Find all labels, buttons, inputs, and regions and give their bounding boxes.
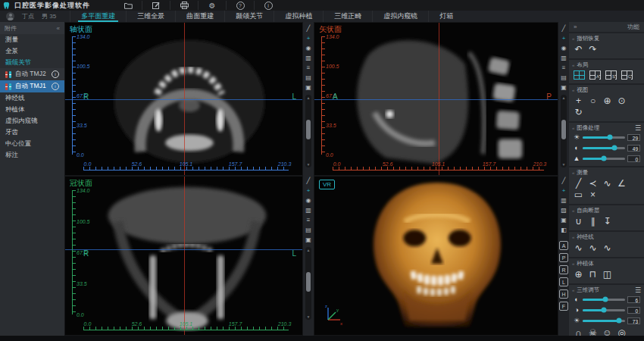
print-icon[interactable] xyxy=(170,1,198,10)
folder-icon[interactable] xyxy=(114,1,142,10)
section-header[interactable]: «神经线 xyxy=(572,233,641,241)
sidebar-item-自动 TMJ2[interactable]: 自动 TMJ2i xyxy=(0,68,64,80)
tab-虚拟内窥镜[interactable]: 虚拟内窥镜 xyxy=(372,11,428,22)
axial-image-icon[interactable]: ▣ xyxy=(304,83,313,92)
info-icon[interactable]: i xyxy=(254,1,282,10)
sidebar-item-测量[interactable]: 测量 xyxy=(0,34,64,45)
m-cross-icon[interactable]: × xyxy=(588,189,598,200)
sidebar-item-牙齿[interactable]: 牙齿 xyxy=(0,127,64,138)
crosshair-vertical-line[interactable] xyxy=(184,177,185,335)
coronal-image-icon[interactable]: ▣ xyxy=(304,235,313,245)
section-header[interactable]: «图像处理☰ xyxy=(572,124,641,132)
sagittal-line-icon[interactable]: ╱ xyxy=(559,23,568,33)
tab-虚拟种植[interactable]: 虚拟种植 xyxy=(274,11,323,22)
vr-crosshair-icon[interactable]: + xyxy=(559,186,568,196)
i-cube-icon[interactable]: ◫ xyxy=(602,269,612,280)
sidebar-item-神经线[interactable]: 神经线 xyxy=(0,92,64,104)
crosshair-horizontal-line[interactable] xyxy=(65,249,302,250)
axial-lines-icon[interactable]: ≡ xyxy=(304,63,313,73)
sagittal-chart-icon[interactable]: ▥ xyxy=(559,53,568,63)
zoom-sel-icon[interactable]: ⊙ xyxy=(617,95,627,106)
section-menu-icon[interactable]: ☰ xyxy=(635,286,641,294)
vr-chart-icon[interactable]: ▥ xyxy=(559,196,568,205)
section-collapse-icon[interactable]: « xyxy=(572,170,574,175)
info-icon[interactable]: i xyxy=(52,70,59,78)
sidebar-item-颞颌关节[interactable]: 颞颌关节 xyxy=(0,57,64,68)
coronal-chart-icon[interactable]: ▥ xyxy=(304,205,313,215)
axial-chart-icon[interactable]: ▥ xyxy=(304,53,313,63)
section-header[interactable]: «测量 xyxy=(572,168,641,177)
axial-line-icon[interactable]: ╱ xyxy=(304,23,313,33)
panel-collapse-icon[interactable]: » xyxy=(574,23,577,30)
crosshair-horizontal-line[interactable] xyxy=(65,99,302,100)
section-collapse-icon[interactable]: « xyxy=(572,126,574,130)
scrollbar-thumb[interactable] xyxy=(306,120,311,139)
i-add-icon[interactable]: ⊕ xyxy=(574,269,583,280)
slice-scrollbar[interactable]: ▲▼ xyxy=(305,247,311,320)
section-collapse-icon[interactable]: « xyxy=(572,63,574,67)
slider-track[interactable] xyxy=(583,136,625,139)
section-menu-icon[interactable]: ☰ xyxy=(635,124,641,132)
plus-icon[interactable]: + xyxy=(574,95,583,106)
sagittal-lines-icon[interactable]: ≡ xyxy=(559,63,568,73)
vr-line-icon[interactable]: ╱ xyxy=(559,176,568,186)
section-header[interactable]: «自由断层 xyxy=(572,206,641,214)
slider-thumb[interactable] xyxy=(611,145,617,151)
layout-option-S-icon[interactable]: S xyxy=(605,70,617,80)
section-collapse-icon[interactable]: « xyxy=(572,288,574,293)
sagittal-crosshair-icon[interactable]: + xyxy=(559,33,568,43)
nerve-3-icon[interactable]: ∿ xyxy=(602,242,612,253)
tab-三维正畸[interactable]: 三维正畸 xyxy=(323,11,372,22)
undo-icon[interactable]: ↶ xyxy=(574,44,583,55)
vr-orientation-H[interactable]: H xyxy=(559,289,568,299)
sagittal-image-icon[interactable]: ▣ xyxy=(559,83,568,92)
vr-orientation-F[interactable]: F xyxy=(559,302,568,311)
f-parallel-icon[interactable]: ∥ xyxy=(588,216,598,227)
slider-thumb[interactable] xyxy=(602,297,608,302)
sagittal-list-icon[interactable]: ▤ xyxy=(559,73,568,83)
tab-三维全景[interactable]: 三维全景 xyxy=(126,11,175,22)
section-collapse-icon[interactable]: « xyxy=(572,261,574,266)
section-header[interactable]: «视图 xyxy=(572,86,641,94)
sidebar-item-虚拟内窥镜[interactable]: 虚拟内窥镜 xyxy=(0,115,64,127)
sidebar-item-标注[interactable]: 标注 xyxy=(0,149,64,161)
sagittal-eye-icon[interactable]: ◉ xyxy=(559,43,568,53)
vr-mode-button[interactable]: VR xyxy=(319,180,335,189)
vr-orientation-A[interactable]: A xyxy=(559,241,568,250)
f-pin-icon[interactable]: ↧ xyxy=(602,216,612,227)
layout-option-A-icon[interactable]: A xyxy=(589,70,601,80)
settings-icon[interactable]: ⚙ xyxy=(198,1,226,10)
scroll-up-icon[interactable]: ▲ xyxy=(561,95,567,100)
vr-orientation-R[interactable]: R xyxy=(559,265,568,274)
slider-track[interactable] xyxy=(583,320,625,322)
scroll-down-icon[interactable]: ▼ xyxy=(305,162,311,167)
crosshair-horizontal-line[interactable] xyxy=(314,99,558,100)
coronal-crosshair-icon[interactable]: + xyxy=(304,186,313,196)
slider-track[interactable] xyxy=(583,299,625,301)
nerve-2-icon[interactable]: ∿ xyxy=(588,242,598,253)
scrollbar-thumb[interactable] xyxy=(306,272,311,292)
coronal-lines-icon[interactable]: ≡ xyxy=(304,215,313,225)
slider-thumb[interactable] xyxy=(602,308,607,313)
info-icon[interactable]: i xyxy=(52,83,59,90)
i-screw-icon[interactable]: ⊓ xyxy=(588,269,598,280)
section-header[interactable]: «三维调节☰ xyxy=(572,286,641,294)
f-arc-icon[interactable]: ∪ xyxy=(574,216,583,227)
m-angle-icon[interactable]: ∠ xyxy=(617,178,627,189)
vr-orientation-L[interactable]: L xyxy=(559,277,568,286)
coronal-line-icon[interactable]: ╱ xyxy=(304,176,313,186)
vr-image-icon[interactable]: ▣ xyxy=(559,215,568,225)
scroll-down-icon[interactable]: ▼ xyxy=(561,162,567,167)
tab-颞颌关节[interactable]: 颞颌关节 xyxy=(224,11,274,22)
scroll-up-icon[interactable]: ▲ xyxy=(305,95,311,100)
sidebar-item-全景[interactable]: 全景 xyxy=(0,45,64,57)
tab-灯箱[interactable]: 灯箱 xyxy=(428,11,464,22)
section-header[interactable]: «布局 xyxy=(572,61,641,69)
slider-track[interactable] xyxy=(583,309,625,311)
viewport-vr[interactable]: VRzxy xyxy=(314,176,558,336)
slider-thumb[interactable] xyxy=(617,318,622,324)
redo-icon[interactable]: ↷ xyxy=(588,44,598,55)
help-icon[interactable]: ? xyxy=(226,1,254,10)
slice-scrollbar[interactable]: ▲▼ xyxy=(305,95,311,167)
section-collapse-icon[interactable]: « xyxy=(572,208,574,213)
